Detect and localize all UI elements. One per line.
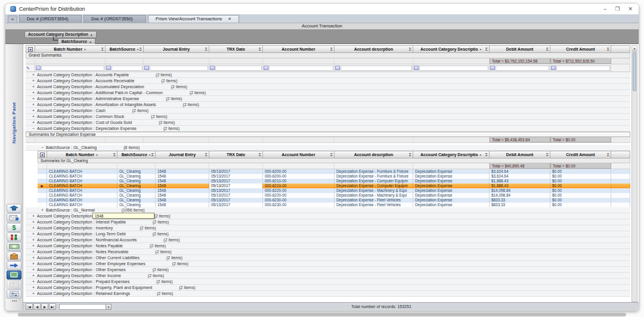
cell-batch[interactable]: CLEARING BATCH (47, 184, 117, 188)
cell-account[interactable]: 000-6230-00 (263, 198, 335, 203)
cell-description[interactable]: Depreciation Expense - Furniture & Fixtu… (335, 174, 413, 179)
cell-debit[interactable]: $833.33 (490, 198, 550, 203)
minimize-icon[interactable]: – (603, 5, 606, 13)
cell-batch[interactable]: CLEARING BATCH (47, 169, 117, 174)
selected-row-marker-icon[interactable]: ▶ (38, 184, 47, 188)
filter-icon[interactable] (106, 66, 111, 70)
education-icon[interactable] (7, 204, 21, 213)
cell-batch[interactable]: CLEARING BATCH (47, 188, 117, 193)
column-header-debit-amount[interactable]: Debit AmountΣ (490, 151, 550, 158)
filter-input[interactable] (215, 66, 262, 71)
cell-description[interactable]: Depreciation Expense - Computer Equipm (335, 184, 413, 188)
cell-source[interactable]: GL_Clearing (117, 174, 156, 179)
summary-icon[interactable]: Σ (607, 47, 609, 51)
row-selector-cell[interactable] (38, 203, 47, 207)
group-row-nonfinancial-accounts[interactable]: +Account Category Description : Nonfinan… (26, 237, 630, 243)
cell-date[interactable]: 05/13/2017 (209, 179, 263, 184)
filter-input[interactable] (556, 66, 610, 71)
form-icon[interactable] (7, 290, 21, 299)
tab-doc-ordst3550[interactable]: Doc # (ORDST3550) (83, 15, 146, 23)
cell-category[interactable]: Depreciation Expense (413, 193, 490, 198)
group-row-additional-paid-in-capital-common[interactable]: +Account Category Description : Addition… (26, 90, 630, 96)
group-row-gl-clearing[interactable]: − BatchSource : GL_Clearing (8 items) (26, 145, 630, 151)
expand-icon[interactable]: + (41, 208, 46, 212)
cell-date[interactable]: 05/13/2017 (209, 198, 263, 203)
table-row[interactable]: CLEARING BATCHGL_Clearing154805/13/20170… (38, 169, 630, 174)
cell-journal[interactable]: 1548 (156, 193, 209, 198)
table-row[interactable]: CLEARING BATCHGL_Clearing154805/13/20170… (38, 198, 630, 203)
expand-icon[interactable]: + (32, 274, 37, 278)
cell-source[interactable]: GL_Clearing (117, 188, 156, 193)
filter-icon[interactable] (210, 66, 215, 70)
column-header-journal-entry[interactable]: Journal EntryΣ (156, 151, 209, 158)
column-header-batch-number[interactable]: Batch Number▲Σ (35, 45, 106, 53)
expand-icon[interactable]: + (32, 268, 37, 272)
group-row-other-employee-expenses[interactable]: +Account Category Description : Other Em… (26, 261, 630, 267)
cell-journal[interactable]: 1548 (156, 169, 209, 174)
cell-account[interactable]: 000-6220-00 (263, 188, 335, 193)
collapse-icon[interactable]: − (32, 126, 37, 130)
filter-input[interactable] (269, 66, 333, 71)
cell-category[interactable]: Depreciation Expense (413, 169, 490, 174)
splitter-handle[interactable] (7, 299, 21, 303)
cell-credit[interactable]: $0.00 (550, 193, 611, 198)
cell-date[interactable]: 05/13/2017 (209, 184, 263, 188)
expand-icon[interactable]: + (32, 85, 37, 89)
filter-input[interactable] (340, 66, 412, 71)
filter-icon[interactable] (36, 66, 41, 70)
expand-icon[interactable]: + (32, 291, 37, 296)
filter-cell[interactable] (106, 64, 144, 72)
cell-debit[interactable]: $833.33 (490, 203, 550, 207)
group-row-depreciation-expense[interactable]: −Account Category Description : Deprecia… (26, 126, 630, 132)
cell-date[interactable]: 05/13/2017 (209, 169, 263, 174)
tab-overflow-button[interactable]: » (8, 15, 17, 23)
tab-prism-view-account-transactions[interactable]: Prism View/Account Transactions ✕ (148, 15, 239, 23)
expand-icon[interactable]: + (32, 250, 37, 254)
cell-source[interactable]: GL_Clearing (117, 169, 156, 174)
cell-description[interactable]: Depreciation Expense - Machinery & Equi (335, 193, 413, 198)
grid-options-icon[interactable]: ✶ (28, 47, 33, 52)
group-row-accounts-payable[interactable]: +Account Category Description : Accounts… (26, 72, 630, 78)
filter-icon[interactable] (490, 66, 495, 70)
cell-credit[interactable]: $0.00 (550, 184, 611, 188)
cell-date[interactable]: 05/13/2017 (209, 193, 263, 198)
users-icon[interactable] (7, 232, 21, 241)
column-header-account-category-descriptio[interactable]: Account Category Descriptio▲Σ (413, 45, 490, 53)
mail-icon[interactable] (7, 213, 21, 222)
expand-icon[interactable]: + (32, 220, 37, 224)
last-record-button[interactable]: ▶| (49, 303, 56, 310)
cell-debit[interactable]: $3,624.64 (490, 174, 550, 179)
vertical-scrollbar[interactable]: ▲ (631, 45, 637, 302)
filter-cell[interactable] (413, 64, 490, 72)
column-header-account-number[interactable]: Account NumberΣ (263, 151, 335, 158)
expand-icon[interactable]: + (32, 244, 37, 248)
cash-icon[interactable] (7, 242, 21, 251)
filter-input[interactable] (41, 66, 104, 71)
group-row-other-income[interactable]: +Account Category Description : Other In… (26, 273, 630, 279)
group-row-notes-payable[interactable]: +Account Category Description : Notes Pa… (26, 243, 630, 249)
summary-icon[interactable]: Σ (330, 47, 333, 51)
cell-batch[interactable]: CLEARING BATCH (47, 179, 117, 184)
cell-source[interactable]: GL_Clearing (117, 193, 156, 198)
filter-icon[interactable] (414, 66, 419, 70)
cell-batch[interactable]: CLEARING BATCH (47, 198, 117, 203)
cell-batch[interactable]: CLEARING BATCH (47, 174, 117, 179)
filter-input[interactable] (112, 66, 143, 71)
row-selector-cell[interactable] (38, 179, 47, 184)
summary-icon[interactable]: Σ (546, 153, 549, 157)
filter-input[interactable] (150, 66, 208, 71)
cell-credit[interactable]: $0.00 (550, 203, 611, 207)
cell-account[interactable]: 000-6210-00 (263, 179, 335, 184)
column-header-debit-amount[interactable]: Debit AmountΣ (490, 45, 550, 53)
cell-description[interactable]: Depreciation Expense - Machinery & Equi (335, 188, 413, 193)
cell-debit[interactable]: $14,098.84 (490, 188, 550, 193)
expand-icon[interactable]: + (32, 238, 37, 242)
cell-journal[interactable]: 1548 (156, 188, 209, 193)
expand-icon[interactable]: + (32, 285, 37, 290)
group-row-property-plant-and-equipment[interactable]: +Account Category Description : Property… (26, 285, 630, 291)
group-row-other-current-liabilities[interactable]: +Account Category Description : Other Cu… (26, 255, 630, 261)
cell-description[interactable]: Depreciation Expense - Furniture & Fixtu… (335, 169, 413, 174)
expand-icon[interactable]: + (32, 256, 37, 260)
filter-icon[interactable] (335, 66, 340, 70)
column-header-account-category-descriptio[interactable]: Account Category Descriptio▲Σ (413, 151, 490, 158)
